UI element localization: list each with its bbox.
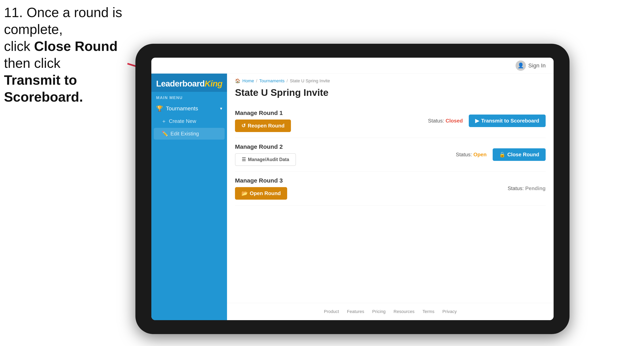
- open-round-label: Open Round: [250, 190, 281, 196]
- content-spacer: [227, 205, 554, 303]
- manage-audit-label: Manage/Audit Data: [248, 157, 289, 162]
- round-row-2: Manage Round 2 ☰ Manage/Audit Data Statu…: [235, 138, 546, 172]
- footer-product[interactable]: Product: [324, 309, 339, 314]
- sidebar-logo: LeaderboardKing: [151, 74, 227, 92]
- main-content: 🏠 Home / Tournaments / State U Spring In…: [227, 74, 554, 320]
- footer-privacy[interactable]: Privacy: [442, 309, 456, 314]
- round-3-left: Manage Round 3 📂 Open Round: [235, 177, 287, 200]
- create-new-label: Create New: [169, 118, 196, 124]
- tablet-screen: 👤 Sign In LeaderboardKing MAIN MENU 🏆 To…: [151, 58, 554, 320]
- breadcrumb-tournaments[interactable]: Tournaments: [259, 78, 284, 84]
- instruction-line1: 11. Once a round is complete,: [4, 5, 122, 37]
- close-round-button[interactable]: 🔒 Close Round: [493, 148, 546, 161]
- footer-resources[interactable]: Resources: [394, 309, 414, 314]
- reopen-round-button[interactable]: ↺ Reopen Round: [235, 120, 291, 132]
- transmit-label: Transmit to Scoreboard: [481, 118, 539, 124]
- lock-icon: 🔒: [499, 152, 506, 158]
- sidebar-item-create-new[interactable]: ＋ Create New: [151, 115, 227, 128]
- logo: LeaderboardKing: [156, 80, 222, 88]
- round-3-status: Status: Pending: [508, 185, 546, 191]
- breadcrumb-home[interactable]: Home: [242, 78, 254, 84]
- reopen-icon: ↺: [241, 123, 246, 129]
- audit-icon: ☰: [242, 157, 246, 162]
- rounds-container: Manage Round 1 ↺ Reopen Round Status: Cl…: [227, 104, 554, 205]
- breadcrumb-current: State U Spring Invite: [290, 78, 330, 84]
- footer-terms[interactable]: Terms: [422, 309, 434, 314]
- tablet-device: 👤 Sign In LeaderboardKing MAIN MENU 🏆 To…: [136, 44, 570, 334]
- round-3-title: Manage Round 3: [235, 177, 287, 184]
- sidebar-item-edit-existing[interactable]: ✏️ Edit Existing: [154, 128, 224, 140]
- plus-icon: ＋: [161, 118, 166, 125]
- round-1-status-value: Closed: [446, 118, 463, 124]
- edit-existing-label: Edit Existing: [170, 131, 199, 137]
- instruction-line3: then click: [4, 55, 60, 71]
- top-bar: 👤 Sign In: [151, 58, 554, 74]
- round-1-status: Status: Closed: [428, 118, 463, 124]
- open-round-button[interactable]: 📂 Open Round: [235, 187, 287, 200]
- round-2-left: Manage Round 2 ☰ Manage/Audit Data: [235, 143, 296, 166]
- sidebar-item-tournaments[interactable]: 🏆 Tournaments ▾: [151, 102, 227, 115]
- instruction-bold2: Transmit to Scoreboard.: [4, 72, 83, 104]
- round-row-1: Manage Round 1 ↺ Reopen Round Status: Cl…: [235, 104, 546, 138]
- transmit-to-scoreboard-button[interactable]: ▶ Transmit to Scoreboard: [469, 115, 546, 127]
- round-2-status: Status: Open: [456, 152, 487, 158]
- breadcrumb-sep1: /: [256, 78, 257, 84]
- sign-in-area[interactable]: 👤 Sign In: [516, 60, 546, 71]
- chevron-down-icon: ▾: [220, 106, 222, 111]
- footer-features[interactable]: Features: [347, 309, 364, 314]
- round-3-right: Status: Pending: [508, 185, 546, 191]
- round-1-title: Manage Round 1: [235, 110, 291, 116]
- breadcrumb-sep2: /: [286, 78, 288, 84]
- sidebar: LeaderboardKing MAIN MENU 🏆 Tournaments …: [151, 74, 227, 320]
- breadcrumb: 🏠 Home / Tournaments / State U Spring In…: [227, 74, 554, 86]
- tournaments-nav-left: 🏆 Tournaments: [156, 105, 198, 112]
- footer: Product Features Pricing Resources Terms…: [227, 303, 554, 320]
- round-2-title: Manage Round 2: [235, 143, 296, 150]
- round-1-right: Status: Closed ▶ Transmit to Scoreboard: [428, 115, 546, 127]
- open-icon: 📂: [241, 190, 248, 196]
- instruction-line2: click: [4, 39, 34, 54]
- sign-in-label[interactable]: Sign In: [528, 62, 546, 69]
- manage-audit-data-button[interactable]: ☰ Manage/Audit Data: [235, 153, 296, 166]
- instruction-block: 11. Once a round is complete, click Clos…: [4, 4, 144, 105]
- page-title: State U Spring Invite: [227, 86, 554, 104]
- logo-leaderboard: Leaderboard: [156, 79, 204, 88]
- round-3-status-value: Pending: [525, 185, 546, 191]
- transmit-icon: ▶: [475, 118, 479, 124]
- breadcrumb-home-icon: 🏠: [235, 78, 240, 84]
- close-round-label: Close Round: [508, 152, 539, 158]
- footer-pricing[interactable]: Pricing: [372, 309, 386, 314]
- round-2-right: Status: Open 🔒 Close Round: [456, 148, 546, 161]
- round-2-status-value: Open: [473, 152, 486, 158]
- round-row-3: Manage Round 3 📂 Open Round Status: Pend…: [235, 172, 546, 205]
- logo-king: King: [204, 79, 222, 88]
- app-layout: LeaderboardKing MAIN MENU 🏆 Tournaments …: [151, 74, 554, 320]
- trophy-icon: 🏆: [156, 105, 163, 112]
- reopen-round-label: Reopen Round: [248, 123, 284, 129]
- round-1-left: Manage Round 1 ↺ Reopen Round: [235, 110, 291, 132]
- instruction-bold1: Close Round: [34, 39, 118, 54]
- tournaments-label: Tournaments: [166, 105, 198, 112]
- user-avatar-icon: 👤: [516, 60, 526, 71]
- main-menu-label: MAIN MENU: [151, 92, 227, 102]
- edit-icon: ✏️: [162, 131, 168, 137]
